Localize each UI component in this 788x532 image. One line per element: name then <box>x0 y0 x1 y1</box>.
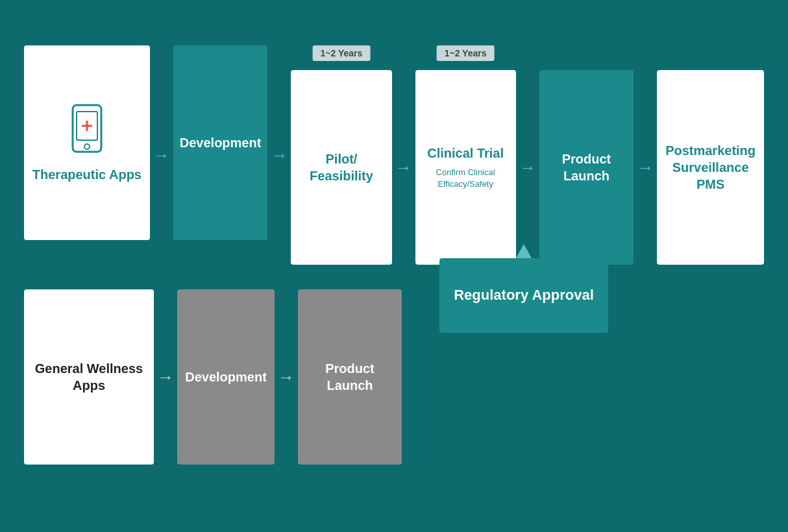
development-bottom-box: Development <box>177 289 275 465</box>
arrow-2: → <box>267 45 291 265</box>
regulatory-approval-box: Regulatory Approval <box>439 258 608 333</box>
svg-point-2 <box>84 144 90 149</box>
clinical-trial-box: 1~2 Years Clinical Trial Confirm Clinica… <box>415 70 516 265</box>
arrow-6: → <box>154 289 177 465</box>
pilot-label: Pilot/ Feasibility <box>297 151 385 184</box>
arrow-5: → <box>634 70 657 265</box>
top-row: Therapeutic Apps → Development → 1~2 Yea… <box>24 45 764 265</box>
arrow-7: → <box>275 289 298 465</box>
bottom-row: General Wellness Apps → Development → Pr… <box>24 289 764 465</box>
therapeutic-apps-box: Therapeutic Apps <box>24 45 150 240</box>
development-top-box: Development <box>173 45 268 240</box>
regulatory-up-arrow <box>516 244 532 258</box>
postmarketing-label: Postmarketing Surveillance PMS <box>663 142 757 193</box>
arrow-1: → <box>150 45 173 265</box>
phone-icon <box>68 103 106 157</box>
clinical-label: Clinical Trial <box>427 145 504 162</box>
therapeutic-title: Therapeutic Apps <box>32 166 142 183</box>
clinical-duration: 1~2 Years <box>437 45 495 61</box>
product-launch-bottom-label: Product Launch <box>304 360 395 394</box>
product-launch-bottom-box: Product Launch <box>298 289 402 465</box>
regulatory-section: Regulatory Approval <box>439 244 608 333</box>
development-top-label: Development <box>180 134 262 151</box>
arrow-4: → <box>516 70 539 265</box>
clinical-subtitle: Confirm Clinical Efficacy/Safety <box>422 167 510 190</box>
development-bottom-label: Development <box>185 369 267 385</box>
regulatory-label: Regulatory Approval <box>454 286 594 305</box>
wellness-apps-box: General Wellness Apps <box>24 289 154 465</box>
postmarketing-box: Postmarketing Surveillance PMS <box>657 70 764 265</box>
diagram-container: Therapeutic Apps → Development → 1~2 Yea… <box>24 19 764 513</box>
product-launch-top-box: Product Launch <box>539 70 634 265</box>
pilot-box: 1~2 Years Pilot/ Feasibility <box>291 70 391 265</box>
product-launch-top-label: Product Launch <box>546 151 628 184</box>
pilot-duration: 1~2 Years <box>313 45 371 61</box>
rows-wrapper: Therapeutic Apps → Development → 1~2 Yea… <box>24 19 764 465</box>
wellness-title: General Wellness Apps <box>31 360 147 394</box>
arrow-3: → <box>392 70 415 265</box>
